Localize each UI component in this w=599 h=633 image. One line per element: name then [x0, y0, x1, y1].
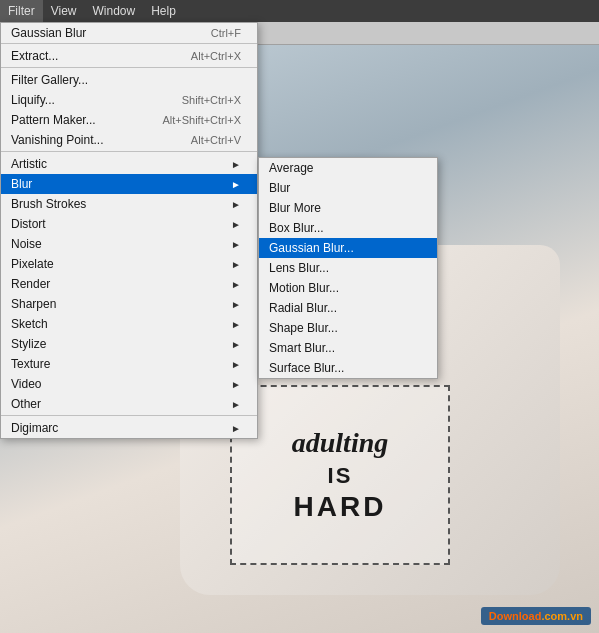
- blur-average[interactable]: Average: [259, 158, 437, 178]
- filter-texture[interactable]: Texture ►: [1, 354, 257, 374]
- filter-pattern-maker[interactable]: Pattern Maker... Alt+Shift+Ctrl+X: [1, 110, 257, 130]
- filter-render[interactable]: Render ►: [1, 274, 257, 294]
- filter-gaussian-blur-top[interactable]: Gaussian Blur Ctrl+F: [1, 23, 257, 44]
- menu-filter[interactable]: Filter: [0, 0, 43, 22]
- blur-surface-blur[interactable]: Surface Blur...: [259, 358, 437, 378]
- blur-radial-blur[interactable]: Radial Blur...: [259, 298, 437, 318]
- filter-brush-strokes[interactable]: Brush Strokes ►: [1, 194, 257, 214]
- menu-help[interactable]: Help: [143, 0, 184, 22]
- blur-shape-blur[interactable]: Shape Blur...: [259, 318, 437, 338]
- filter-digimarc[interactable]: Digimarc ►: [1, 418, 257, 438]
- mug-text-selection: adulting IS HARD: [230, 385, 450, 565]
- filter-artistic[interactable]: Artistic ►: [1, 154, 257, 174]
- filter-sharpen[interactable]: Sharpen ►: [1, 294, 257, 314]
- blur-box-blur[interactable]: Box Blur...: [259, 218, 437, 238]
- filter-distort[interactable]: Distort ►: [1, 214, 257, 234]
- watermark-text: Download: [489, 610, 542, 622]
- blur-motion-blur[interactable]: Motion Blur...: [259, 278, 437, 298]
- filter-blur[interactable]: Blur ►: [1, 174, 257, 194]
- filter-filter-gallery[interactable]: Filter Gallery...: [1, 70, 257, 90]
- menu-bar: Filter View Window Help: [0, 0, 599, 22]
- filter-noise[interactable]: Noise ►: [1, 234, 257, 254]
- filter-video[interactable]: Video ►: [1, 374, 257, 394]
- blur-lens-blur[interactable]: Lens Blur...: [259, 258, 437, 278]
- filter-liquify[interactable]: Liquify... Shift+Ctrl+X: [1, 90, 257, 110]
- menu-window[interactable]: Window: [84, 0, 143, 22]
- filter-dropdown: Gaussian Blur Ctrl+F Extract... Alt+Ctrl…: [0, 22, 258, 439]
- filter-sketch[interactable]: Sketch ►: [1, 314, 257, 334]
- filter-vanishing-point[interactable]: Vanishing Point... Alt+Ctrl+V: [1, 130, 257, 152]
- blur-gaussian-blur[interactable]: Gaussian Blur...: [259, 238, 437, 258]
- blur-submenu: Average Blur Blur More Box Blur... Gauss…: [258, 157, 438, 379]
- blur-blur[interactable]: Blur: [259, 178, 437, 198]
- menu-view[interactable]: View: [43, 0, 85, 22]
- filter-extract[interactable]: Extract... Alt+Ctrl+X: [1, 46, 257, 68]
- filter-pixelate[interactable]: Pixelate ►: [1, 254, 257, 274]
- mug-text-line1: adulting: [292, 427, 388, 459]
- blur-smart-blur[interactable]: Smart Blur...: [259, 338, 437, 358]
- blur-blur-more[interactable]: Blur More: [259, 198, 437, 218]
- watermark: Download.com.vn: [481, 607, 591, 625]
- filter-stylize[interactable]: Stylize ►: [1, 334, 257, 354]
- mug-text-line3: HARD: [294, 491, 387, 523]
- filter-other[interactable]: Other ►: [1, 394, 257, 416]
- mug-text-line2: IS: [328, 463, 353, 489]
